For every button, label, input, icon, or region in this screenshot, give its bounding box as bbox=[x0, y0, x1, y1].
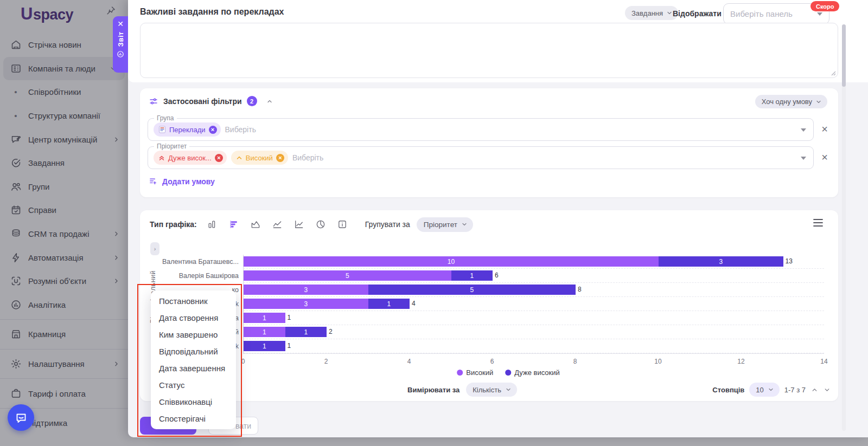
soon-badge: Скоро bbox=[810, 1, 839, 11]
bar-row[interactable]: 314 bbox=[244, 297, 824, 311]
bar-value-label: 1 bbox=[263, 342, 266, 350]
context-menu-item[interactable]: Співвиконавці bbox=[151, 393, 236, 410]
bar-total-label: 2 bbox=[327, 327, 333, 337]
remove-chip-icon[interactable]: × bbox=[209, 126, 217, 134]
bar-total-label: 1 bbox=[285, 313, 291, 323]
bar-segment[interactable]: 1 bbox=[244, 327, 285, 337]
filter-field-priority[interactable]: Пріоритет Дуже висок... × Високий × Вибе… bbox=[148, 146, 814, 169]
chip-priority-high[interactable]: Високий × bbox=[231, 151, 288, 165]
x-axis-tick-label: 12 bbox=[737, 358, 744, 365]
category-label: Валентина Браташевс... bbox=[161, 255, 239, 269]
report-chart-icon bbox=[117, 50, 124, 58]
group-by-label: Групувати за bbox=[365, 220, 410, 229]
context-menu-item[interactable]: Спостерігачі bbox=[151, 410, 236, 427]
field-placeholder: Виберіть bbox=[225, 125, 256, 134]
bar-value-label: 1 bbox=[263, 328, 266, 336]
line-chart-icon[interactable] bbox=[270, 217, 285, 231]
bar-row[interactable]: 11 bbox=[244, 339, 824, 353]
bar-segment[interactable]: 5 bbox=[368, 285, 576, 295]
bar-segment[interactable]: 1 bbox=[244, 341, 285, 351]
group-avatar-icon bbox=[158, 126, 166, 133]
group-by-dropdown[interactable]: Пріоритет bbox=[417, 217, 473, 232]
double-chevron-up-icon bbox=[158, 154, 165, 161]
legend-dot-icon bbox=[457, 370, 463, 376]
priority-field-label: Пріоритет bbox=[154, 143, 189, 150]
bar-segment[interactable]: 1 bbox=[244, 313, 285, 323]
column-chart-icon[interactable] bbox=[205, 217, 220, 231]
field-placeholder: Виберіть bbox=[292, 153, 323, 162]
trend-chart-icon[interactable] bbox=[291, 217, 307, 231]
scrollbar-track[interactable] bbox=[842, 24, 846, 431]
bar-row[interactable]: 112 bbox=[244, 325, 824, 339]
bar-segment[interactable]: 3 bbox=[244, 285, 368, 295]
bar-segment[interactable]: 3 bbox=[659, 256, 783, 267]
scrollbar-thumb[interactable] bbox=[842, 24, 846, 87]
chip-group-perekl[interactable]: Переклади × bbox=[154, 122, 221, 137]
add-condition-button[interactable]: Додати умову bbox=[149, 177, 215, 186]
bar-segment[interactable]: 1 bbox=[368, 299, 410, 309]
bar-total-label: 6 bbox=[493, 270, 499, 281]
panel-select-placeholder: Виберіть панель bbox=[730, 9, 817, 18]
report-side-tab[interactable]: ✕ Звіт bbox=[113, 16, 128, 73]
bar-segment[interactable]: 10 bbox=[244, 256, 659, 267]
bar-row[interactable]: 10313 bbox=[244, 255, 824, 269]
bar-row[interactable]: 11 bbox=[244, 311, 824, 325]
bar-value-label: 3 bbox=[304, 300, 308, 308]
cancel-button-label: вати bbox=[235, 422, 251, 430]
page-down-icon[interactable] bbox=[823, 386, 831, 393]
remove-chip-icon[interactable]: × bbox=[215, 154, 223, 162]
chevron-down-icon bbox=[666, 10, 673, 16]
context-menu-item[interactable]: Статус bbox=[151, 377, 236, 393]
legend-label: Дуже високий bbox=[514, 369, 560, 377]
context-menu-item[interactable]: Дата завершення bbox=[151, 360, 236, 377]
chevron-down-icon[interactable] bbox=[801, 157, 806, 160]
chart-menu-icon[interactable] bbox=[813, 219, 823, 227]
report-tab-label: Звіт bbox=[117, 31, 125, 47]
collapse-filters-icon[interactable] bbox=[266, 98, 273, 105]
bar-segment[interactable]: 1 bbox=[285, 327, 327, 337]
support-chat-button[interactable] bbox=[8, 404, 34, 431]
page-up-icon[interactable] bbox=[810, 386, 818, 393]
horizontal-bar-chart-icon[interactable] bbox=[226, 217, 241, 231]
bar-value-label: 5 bbox=[346, 272, 349, 280]
x-axis-ticks: 02468101214 bbox=[243, 353, 824, 365]
bar-row[interactable]: 358 bbox=[244, 283, 824, 297]
x-axis-tick-label: 2 bbox=[324, 358, 328, 365]
measure-by-label: Вимірювати за bbox=[407, 386, 459, 394]
kpi-card-icon[interactable] bbox=[335, 217, 350, 231]
report-description-textarea[interactable] bbox=[140, 23, 838, 78]
x-axis-tick-label: 10 bbox=[654, 358, 661, 365]
pagination-range: 1-7 з 7 bbox=[784, 386, 806, 394]
chevron-down-icon bbox=[768, 386, 774, 393]
context-menu-item[interactable]: Відповідальний bbox=[151, 343, 236, 360]
bar-segment[interactable]: 5 bbox=[244, 270, 451, 281]
legend-item[interactable]: Високий bbox=[457, 369, 493, 377]
bar-segment[interactable]: 3 bbox=[244, 299, 368, 309]
pie-chart-icon[interactable] bbox=[313, 217, 328, 231]
close-icon[interactable]: ✕ bbox=[117, 20, 124, 28]
bar-segment[interactable]: 1 bbox=[451, 270, 493, 281]
x-axis-tick-label: 8 bbox=[573, 358, 577, 365]
x-axis-tick-label: 4 bbox=[407, 358, 411, 365]
area-chart-icon[interactable] bbox=[248, 217, 263, 231]
legend-item[interactable]: Дуже високий bbox=[505, 369, 560, 377]
context-menu-item[interactable]: Постановник bbox=[151, 293, 236, 309]
chevron-down-icon[interactable] bbox=[801, 128, 806, 132]
match-mode-dropdown[interactable]: Хоч одну умову bbox=[755, 95, 827, 108]
bar-row[interactable]: 516 bbox=[244, 269, 824, 283]
context-menu-item[interactable]: Дата створення bbox=[151, 309, 236, 326]
entity-type-label: Завдання bbox=[631, 9, 663, 17]
remove-filter-row-icon[interactable]: × bbox=[819, 124, 830, 135]
context-menu-item[interactable]: Ким завершено bbox=[151, 326, 236, 343]
add-filter-icon bbox=[149, 177, 158, 186]
remove-filter-row-icon[interactable]: × bbox=[819, 152, 830, 164]
page-size-dropdown[interactable]: 10 bbox=[749, 383, 779, 397]
measure-by-dropdown[interactable]: Кількість bbox=[466, 383, 517, 397]
resize-handle-icon[interactable] bbox=[829, 69, 836, 76]
filter-field-group[interactable]: Група Переклади × Виберіть bbox=[148, 118, 814, 141]
remove-chip-icon[interactable]: × bbox=[276, 154, 284, 162]
legend-dot-icon bbox=[505, 370, 511, 376]
chip-priority-very-high[interactable]: Дуже висок... × bbox=[154, 151, 227, 165]
entity-type-dropdown[interactable]: Завдання bbox=[625, 6, 678, 20]
add-condition-label: Додати умову bbox=[162, 177, 215, 186]
